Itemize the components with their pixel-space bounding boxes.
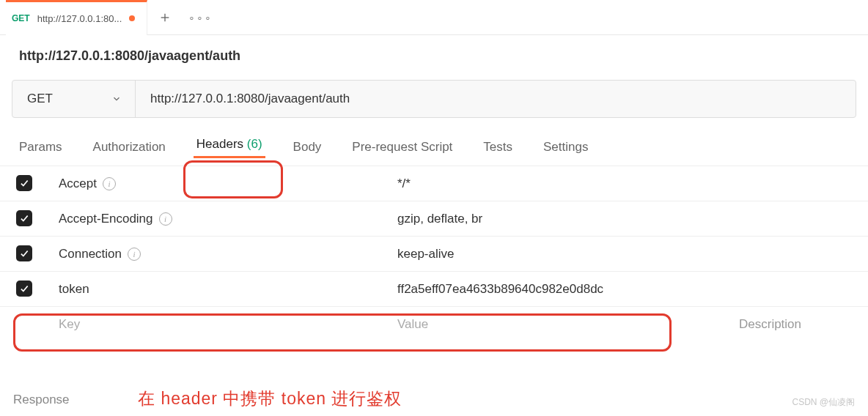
tab-params[interactable]: Params — [16, 138, 65, 156]
tab-headers-label: Headers — [196, 137, 243, 151]
info-icon[interactable]: i — [159, 212, 172, 226]
header-value-cell[interactable]: gzip, deflate, br — [387, 201, 729, 237]
row-checkbox[interactable] — [16, 210, 32, 226]
row-checkbox[interactable] — [16, 281, 32, 297]
request-tab[interactable]: GET http://127.0.0.1:80... — [6, 0, 147, 35]
table-row: Connectioni keep-alive — [0, 237, 868, 272]
info-icon[interactable]: i — [128, 248, 141, 261]
tab-headers-count: (6) — [247, 137, 262, 151]
tab-settings[interactable]: Settings — [540, 138, 591, 156]
unsaved-dot-icon — [129, 15, 135, 21]
table-row: Accepti */* — [0, 166, 868, 201]
header-value-cell[interactable]: keep-alive — [387, 237, 729, 272]
header-key-placeholder[interactable]: Key — [48, 307, 387, 342]
method-select-value: GET — [27, 92, 53, 106]
header-value-placeholder[interactable]: Value — [387, 307, 729, 342]
url-input[interactable]: http://127.0.0.1:8080/javaagent/auth — [136, 81, 856, 117]
table-row: Accept-Encodingi gzip, deflate, br — [0, 201, 868, 237]
request-title: http://127.0.0.1:8080/javaagent/auth — [0, 35, 868, 75]
tab-bar: GET http://127.0.0.1:80... ∘∘∘ — [0, 0, 868, 35]
table-row-placeholder: Key Value Description — [0, 307, 868, 342]
method-select[interactable]: GET — [12, 81, 136, 117]
tab-tests[interactable]: Tests — [480, 138, 515, 156]
row-checkbox[interactable] — [16, 245, 32, 261]
row-checkbox[interactable] — [16, 175, 32, 191]
tab-method-label: GET — [12, 13, 30, 23]
tab-prerequest[interactable]: Pre-request Script — [349, 138, 455, 156]
request-subtabs: Params Authorization Headers (6) Body Pr… — [0, 118, 868, 166]
tab-body[interactable]: Body — [290, 138, 325, 156]
header-key-cell[interactable]: Accepti — [48, 166, 387, 201]
header-value-cell[interactable]: */* — [387, 166, 729, 201]
annotation-text: 在 header 中携带 token 进行鉴权 — [138, 387, 402, 410]
table-row: token ff2a5eff07ea4633b89640c982e0d8dc — [0, 272, 868, 307]
url-input-value: http://127.0.0.1:8080/javaagent/auth — [150, 92, 350, 106]
tab-headers[interactable]: Headers (6) — [194, 135, 265, 158]
info-icon[interactable]: i — [103, 177, 116, 190]
new-tab-button[interactable] — [147, 0, 183, 35]
tab-overflow-button[interactable]: ∘∘∘ — [183, 12, 218, 23]
tab-authorization[interactable]: Authorization — [90, 138, 169, 156]
header-key-cell[interactable]: Connectioni — [48, 237, 387, 272]
watermark: CSDN @仙凌阁 — [792, 396, 855, 409]
header-desc-placeholder[interactable]: Description — [729, 307, 868, 342]
header-key-cell[interactable]: token — [48, 272, 387, 307]
request-row: GET http://127.0.0.1:8080/javaagent/auth — [12, 80, 856, 118]
header-value-cell[interactable]: ff2a5eff07ea4633b89640c982e0d8dc — [387, 272, 729, 307]
chevron-down-icon — [111, 94, 122, 104]
headers-table: Accepti */* Accept-Encodingi gzip, defla… — [0, 166, 868, 342]
tab-title: http://127.0.0.1:80... — [37, 13, 122, 24]
response-section-label: Response — [13, 393, 70, 407]
header-key-cell[interactable]: Accept-Encodingi — [48, 201, 387, 237]
